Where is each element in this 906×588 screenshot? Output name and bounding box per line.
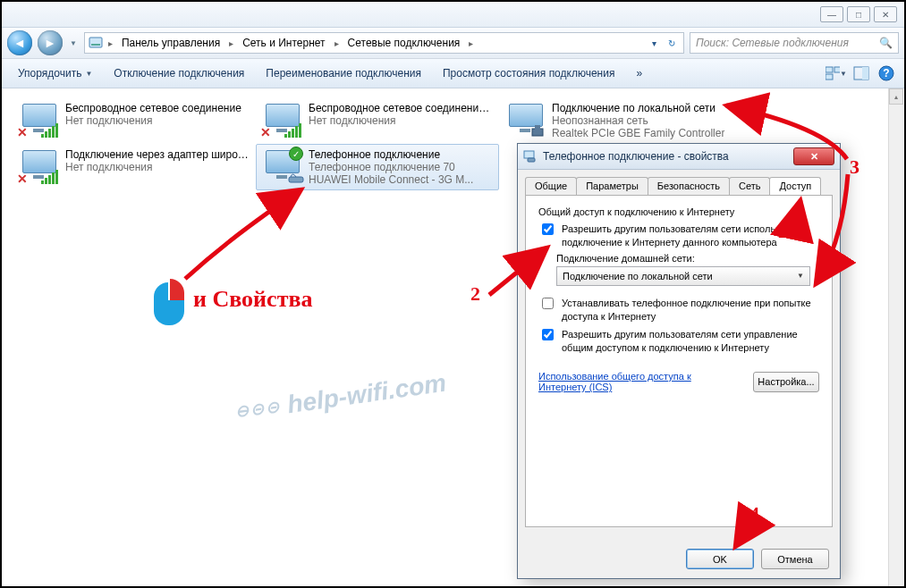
annotation-hint: и Свойства (193, 286, 312, 313)
scroll-up[interactable]: ▴ (889, 88, 903, 105)
connection-device: HUAWEI Mobile Connect - 3G M... (309, 173, 473, 186)
tab-network[interactable]: Сеть (729, 177, 770, 195)
rename-connection-button[interactable]: Переименование подключения (257, 63, 430, 83)
crumb-network-connections[interactable]: Сетевые подключения (344, 35, 464, 51)
wireless-icon: ✕ (19, 148, 58, 184)
connection-device: Realtek PCIe GBE Family Controller (552, 127, 724, 139)
properties-dialog: Телефонное подключение - свойства ✕ Общи… (517, 143, 841, 579)
disconnected-icon: ✕ (17, 172, 28, 186)
settings-button[interactable]: Настройка... (753, 372, 819, 392)
allow-control-label: Разрешить другим пользователям сети упра… (562, 328, 819, 355)
connection-name: Беспроводное сетевое соединение (65, 102, 241, 114)
dialup-icon (523, 149, 538, 164)
view-mode-button[interactable]: ▼ (826, 63, 847, 84)
connection-status: Нет подключения (309, 114, 493, 127)
breadcrumb-sep: ▸ (105, 38, 116, 48)
connection-status: Телефонное подключение 70 (309, 161, 473, 173)
control-panel-icon (89, 36, 103, 50)
svg-rect-6 (862, 67, 868, 80)
tab-general[interactable]: Общие (525, 177, 577, 195)
nav-forward-button[interactable]: ► (38, 30, 63, 55)
search-icon: 🔍 (879, 37, 893, 49)
breadcrumb-bar[interactable]: ▸ Панель управления ▸ Сеть и Интернет ▸ … (84, 32, 684, 54)
mouse-right-click-icon (154, 279, 184, 325)
disable-connection-button[interactable]: Отключение подключения (105, 63, 253, 83)
annotation-2: 2 (470, 282, 480, 306)
connection-item[interactable]: ✕ Подключение через адаптер широкополосн… (13, 144, 256, 190)
titlebar: — □ ✕ (2, 2, 904, 28)
tab-sharing[interactable]: Доступ (769, 177, 821, 195)
search-input[interactable]: Поиск: Сетевые подключения 🔍 (690, 32, 899, 54)
lan-icon (505, 102, 545, 138)
organize-menu[interactable]: Упорядочить▼ (9, 63, 101, 83)
crumb-control-panel[interactable]: Панель управления (118, 35, 224, 51)
connection-name: Телефонное подключение (309, 148, 473, 161)
close-window-button[interactable]: ✕ (874, 6, 897, 22)
home-network-dropdown[interactable]: Подключение по локальной сети ▼ (556, 266, 810, 286)
crumb-dropdown[interactable]: ▾ (646, 35, 662, 51)
vertical-scrollbar[interactable]: ▴ ▾ (888, 88, 903, 588)
connected-icon: ✓ (289, 147, 303, 161)
nav-back-button[interactable]: ◄ (7, 30, 32, 55)
preview-pane-button[interactable] (851, 63, 872, 84)
ok-button[interactable]: OK (686, 549, 754, 569)
tab-pane-sharing: Общий доступ к подключению к Интернету Р… (525, 195, 833, 527)
search-placeholder: Поиск: Сетевые подключения (696, 37, 849, 49)
allow-control-checkbox[interactable] (542, 329, 554, 340)
svg-rect-2 (826, 67, 833, 72)
dial-on-demand-label: Устанавливать телефонное подключение при… (562, 297, 819, 323)
connection-item-dialup[interactable]: ✓ Телефонное подключение Телефонное подк… (256, 144, 499, 190)
svg-rect-12 (524, 151, 534, 158)
nav-bar: ◄ ► ▼ ▸ Панель управления ▸ Сеть и Интер… (2, 28, 904, 59)
connection-name: Подключение через адаптер широкополосной… (65, 148, 250, 161)
annotation-3: 3 (850, 155, 859, 179)
svg-rect-1 (91, 44, 100, 46)
dialog-title: Телефонное подключение - свойства (543, 150, 788, 163)
svg-rect-10 (535, 125, 540, 130)
maximize-button[interactable]: □ (847, 6, 870, 22)
dialog-tabs: Общие Параметры Безопасность Сеть Доступ (518, 170, 840, 195)
svg-rect-11 (289, 177, 303, 182)
svg-rect-13 (528, 158, 535, 162)
annotation-1: 1 (777, 220, 787, 243)
disconnected-icon: ✕ (260, 125, 271, 139)
svg-rect-4 (826, 74, 833, 80)
ics-help-link[interactable]: Использование общего доступа к Интернету… (538, 371, 708, 392)
breadcrumb-sep: ▸ (225, 38, 237, 48)
dropdown-value: Подключение по локальной сети (563, 271, 713, 281)
more-commands[interactable]: » (627, 63, 651, 83)
dialup-icon: ✓ (262, 148, 301, 184)
cancel-button[interactable]: Отмена (761, 549, 829, 569)
watermark: ⊖⊝⊝help-wifi.com (233, 369, 448, 427)
connection-name: Беспроводное сетевое соединение 3 (309, 102, 493, 114)
group-title: Общий доступ к подключению к Интернету (538, 206, 819, 217)
connection-item[interactable]: ✕ Беспроводное сетевое соединение 3 Нет … (256, 97, 499, 144)
crumb-network-internet[interactable]: Сеть и Интернет (239, 35, 328, 51)
breadcrumb-sep: ▸ (331, 38, 343, 48)
chevron-down-icon: ▼ (797, 272, 804, 280)
disconnected-icon: ✕ (17, 125, 28, 139)
tab-security[interactable]: Безопасность (648, 177, 730, 195)
dialog-titlebar[interactable]: Телефонное подключение - свойства ✕ (518, 144, 840, 170)
refresh-button[interactable]: ↻ (664, 35, 680, 51)
tab-options[interactable]: Параметры (576, 177, 648, 195)
connection-status: Нет подключения (65, 114, 241, 127)
annotation-4: 4 (749, 502, 759, 525)
dial-on-demand-checkbox[interactable] (542, 298, 554, 309)
help-button[interactable]: ? (876, 63, 897, 84)
svg-rect-0 (89, 38, 102, 47)
connection-item[interactable]: ✕ Беспроводное сетевое соединение Нет по… (13, 97, 256, 144)
wireless-icon: ✕ (19, 102, 58, 138)
allow-sharing-checkbox[interactable] (542, 223, 554, 235)
nav-history-dropdown[interactable]: ▼ (68, 36, 79, 51)
connection-status: Неопознанная сеть (552, 114, 724, 127)
minimize-button[interactable]: — (820, 6, 843, 22)
wireless-icon: ✕ (262, 102, 301, 138)
breadcrumb-sep: ▸ (465, 38, 477, 48)
connection-item-lan[interactable]: Подключение по локальной сети Неопознанн… (499, 97, 798, 144)
svg-text:?: ? (883, 67, 889, 80)
home-network-label: Подключение домашней сети: (556, 253, 819, 264)
connection-status: Нет подключения (65, 161, 250, 173)
view-status-button[interactable]: Просмотр состояния подключения (434, 63, 623, 83)
dialog-close-button[interactable]: ✕ (793, 147, 834, 165)
